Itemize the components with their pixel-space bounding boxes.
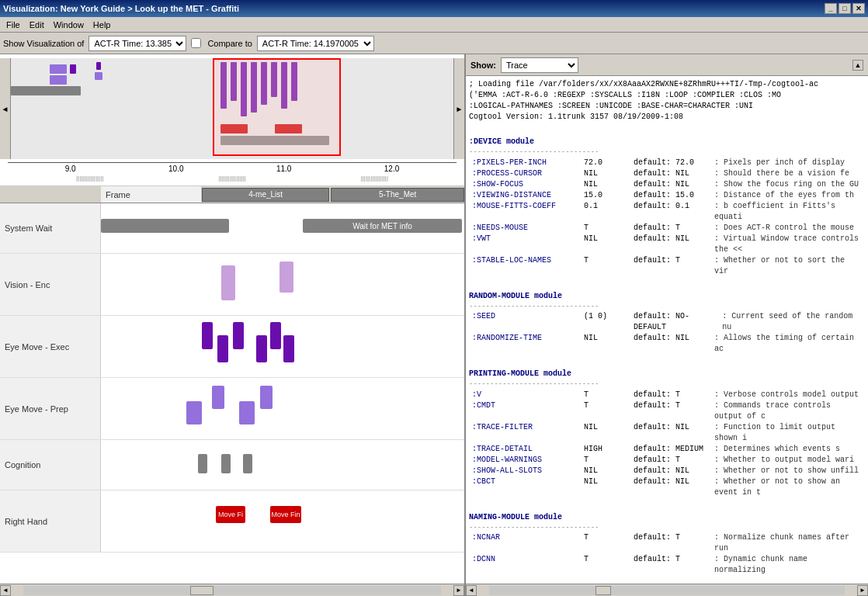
trace-scroll-right[interactable]: ► xyxy=(857,585,868,596)
vision-enc-block-1 xyxy=(221,265,235,300)
naming-param-1: :NCNAR T default: T : Normalize chunk na… xyxy=(469,532,865,554)
vision-enc-block-2 xyxy=(279,262,293,293)
cognition-content xyxy=(101,440,464,490)
eye-prep-row: Eye Move - Prep xyxy=(0,378,464,440)
trace-line-4: Cogtool Version: 1.1trunk 3157 08/19/200… xyxy=(469,112,865,123)
vision-enc-label: Vision - Enc xyxy=(0,254,101,315)
menu-edit[interactable]: Edit xyxy=(25,19,49,31)
frame-row: Frame 4-me_List 5-The_Met xyxy=(0,186,464,203)
random-param-2: :RANDOMIZE-TIME NIL default: NIL : Allow… xyxy=(469,333,865,355)
menu-file[interactable]: File xyxy=(2,19,25,31)
close-button[interactable]: ✕ xyxy=(852,3,865,14)
printing-param-2: :CMDT T default: T : Commands trace cont… xyxy=(469,400,865,422)
printing-param-4: :TRACE-DETAIL HIGH default: MEDIUM : Det… xyxy=(469,444,865,455)
trace-toolbar: Show: Trace Parameters Warning ▲ xyxy=(466,54,868,76)
menu-window[interactable]: Window xyxy=(49,19,89,31)
vision-enc-content xyxy=(101,254,464,315)
right-hand-row: Right Hand Move Fi Move Fin xyxy=(0,490,464,553)
right-panel: Show: Trace Parameters Warning ▲ ; Loadi… xyxy=(466,54,868,596)
compare-label: Compare to xyxy=(207,39,252,48)
compare-checkbox[interactable] xyxy=(191,38,201,48)
cognition-block-2 xyxy=(221,454,231,473)
trace-line-1: ; Loading file /var/folders/xX/xX8AaaAX2… xyxy=(469,79,865,90)
device-param-3: :SHOW-FOCUS NIL default: NIL : Show the … xyxy=(469,179,865,190)
trace-scroll-up[interactable]: ▲ xyxy=(852,60,863,71)
device-param-2: :PROCESS-CURSOR NIL default: NIL : Shoul… xyxy=(469,168,865,179)
cognition-block-1 xyxy=(198,454,207,473)
system-wait-block-2: Wait for MET info xyxy=(303,219,462,233)
eye-prep-block-1 xyxy=(186,401,202,424)
eye-prep-block-3 xyxy=(239,401,255,424)
eye-exec-block-1 xyxy=(202,322,213,349)
tl-block xyxy=(95,72,102,80)
window-title: Visualization: New York Guide > Look up … xyxy=(3,4,239,13)
random-param-1: :SEED (1 0) default: NO-DEFAULT : Curren… xyxy=(469,311,865,333)
eye-prep-block-4 xyxy=(260,386,273,409)
actr-time-select[interactable]: ACT-R Time: 13.385 xyxy=(89,36,186,51)
eye-prep-label: Eye Move - Prep xyxy=(0,378,101,439)
tl-block xyxy=(96,62,101,70)
printing-param-6: :SHOW-ALL-SLOTS NIL default: NIL : Wheth… xyxy=(469,466,865,476)
minimize-button[interactable]: _ xyxy=(825,3,837,14)
frame-segment-1: 4-me_List xyxy=(202,188,329,202)
trace-scrollbar-thumb[interactable] xyxy=(595,586,611,595)
maximize-button[interactable]: □ xyxy=(838,3,851,14)
scrollbar-thumb[interactable] xyxy=(190,586,214,595)
tl-block-gray xyxy=(11,86,81,95)
eye-prep-content xyxy=(101,378,464,439)
bottom-scrollbar[interactable]: ◄ ► xyxy=(0,584,464,596)
tl-block xyxy=(70,64,76,74)
cognition-row: Cognition xyxy=(0,440,464,490)
scroll-left-btn[interactable]: ◄ xyxy=(0,585,11,596)
scroll-right-btn[interactable]: ► xyxy=(453,585,464,596)
trace-line-3: :LOGICAL-PATHNAMES :SCREEN :UNICODE :BAS… xyxy=(469,101,865,112)
trace-bottom-scrollbar[interactable]: ◄ ► xyxy=(466,584,868,596)
window-controls: _ □ ✕ xyxy=(825,3,865,14)
timeline-canvas xyxy=(11,58,453,159)
time-tick-3: 11.0 xyxy=(276,165,291,173)
tl-block xyxy=(50,64,67,74)
main-content: ◄ xyxy=(0,54,868,596)
printing-param-5: :MODEL-WARNINGS T default: T : Whether t… xyxy=(469,455,865,466)
printing-param-3: :TRACE-FILTER NIL default: NIL : Functio… xyxy=(469,422,865,444)
toolbar: Show Visualization of ACT-R Time: 13.385… xyxy=(0,33,868,54)
random-module-header: RANDOM-MODULE module xyxy=(469,291,865,302)
eye-exec-block-3 xyxy=(233,322,244,349)
trace-scroll-left[interactable]: ◄ xyxy=(466,585,477,596)
device-module-header: :DEVICE module xyxy=(469,137,865,147)
right-hand-block-1: Move Fi xyxy=(216,506,245,523)
left-panel: ◄ xyxy=(0,54,466,596)
eye-exec-label: Eye Move - Exec xyxy=(0,316,101,377)
device-param-8: :STABLE-LOC-NAMES T default: T : Whether… xyxy=(469,255,865,277)
device-param-1: :PIXELS-PER-INCH 72.0 default: 72.0 : Pi… xyxy=(469,158,865,168)
system-wait-row: System Wait Wait for MET info xyxy=(0,203,464,254)
eye-exec-block-5 xyxy=(270,322,281,349)
printing-module-header: PRINTING-MODULE module xyxy=(469,369,865,379)
rows-panel: System Wait Wait for MET info Vision - E… xyxy=(0,203,464,584)
timeline-area: ◄ xyxy=(0,54,464,186)
right-hand-block-2: Move Fin xyxy=(270,506,301,523)
trace-line-2: ('EMMA :ACT-R-6.0 :REGEXP :SYSCALLS :I18… xyxy=(469,90,865,101)
system-wait-content: Wait for MET info xyxy=(101,203,464,253)
menu-bar: File Edit Window Help xyxy=(0,17,868,33)
timeline-scroll-left[interactable]: ◄ xyxy=(0,58,11,159)
selection-box[interactable] xyxy=(213,58,341,156)
eye-exec-row: Eye Move - Exec xyxy=(0,316,464,378)
timeline-nav: ◄ xyxy=(0,58,464,159)
printing-param-1: :V T default: T : Verbose controls model… xyxy=(469,390,865,400)
eye-exec-content xyxy=(101,316,464,377)
device-param-7: :VWT NIL default: NIL : Virtual Window t… xyxy=(469,234,865,255)
frame-segment-2: 5-The_Met xyxy=(331,188,464,202)
eye-exec-block-2 xyxy=(217,335,228,362)
trace-content[interactable]: ; Loading file /var/folders/xX/xX8AaaAX2… xyxy=(466,76,868,584)
right-hand-content: Move Fi Move Fin xyxy=(101,490,464,552)
menu-help[interactable]: Help xyxy=(89,19,116,31)
device-divider: ------------------------------- xyxy=(469,147,865,158)
naming-divider: ------------------------------- xyxy=(469,523,865,533)
compare-time-select[interactable]: ACT-R Time: 14.1970005 xyxy=(257,36,374,51)
eye-prep-block-2 xyxy=(212,386,224,409)
timeline-scroll-right[interactable]: ► xyxy=(453,58,464,159)
show-visualization-label: Show Visualization of xyxy=(3,39,84,48)
device-param-6: :NEEDS-MOUSE T default: T : Does ACT-R c… xyxy=(469,223,865,234)
trace-mode-select[interactable]: Trace Parameters Warning xyxy=(501,57,578,73)
